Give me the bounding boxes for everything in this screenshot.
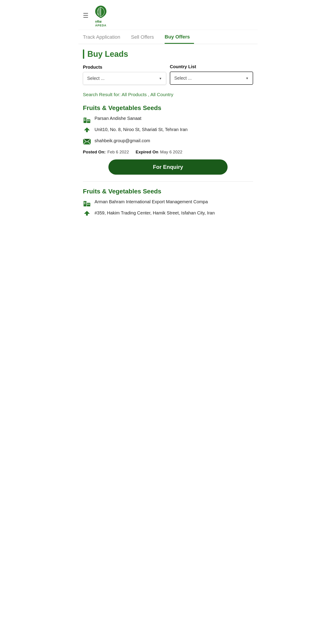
- svg-rect-18: [84, 202, 85, 203]
- expired-on-label: Expired On: [135, 150, 158, 154]
- svg-rect-2: [87, 120, 90, 123]
- listing-1-email-row: shahbeik.group@gmail.com: [83, 138, 253, 146]
- tab-track-application[interactable]: Track Application: [83, 31, 124, 44]
- listing-2-category: Fruits & Vegetables Seeds: [83, 188, 253, 195]
- expired-on-value: May 6 2022: [160, 150, 182, 154]
- listing-2-address: #359, Hakim Trading Center, Hamik Street…: [95, 210, 215, 216]
- listing-divider: [83, 181, 253, 182]
- svg-rect-3: [84, 118, 85, 120]
- listing-2-company: Arman Bahram International Export Manage…: [95, 198, 208, 205]
- products-filter-group: Products Select ... ▼: [83, 64, 166, 85]
- svg-rect-25: [86, 213, 88, 216]
- nav-tabs: Track Application Sell Offers Buy Offers: [78, 31, 258, 44]
- email-icon: [83, 138, 91, 146]
- country-filter-group: Country List Select ... ▼: [170, 64, 253, 85]
- svg-rect-1: [84, 118, 86, 123]
- building-icon: [83, 115, 91, 123]
- svg-rect-10: [86, 130, 88, 132]
- svg-rect-20: [84, 203, 85, 204]
- expired-on-group: Expired On May 6 2022: [135, 150, 182, 154]
- tab-sell-offers[interactable]: Sell Offers: [131, 31, 158, 44]
- country-select[interactable]: Select ... ▼: [170, 72, 253, 85]
- listing-card-1: Fruits & Vegetables Seeds Parsan Andishe…: [83, 104, 253, 175]
- logo-text: एपीडाAPEDA: [95, 20, 107, 27]
- svg-rect-7: [87, 120, 88, 121]
- svg-rect-4: [86, 118, 86, 120]
- building-icon-2: [83, 198, 91, 206]
- logo: एपीडाAPEDA: [93, 4, 109, 27]
- svg-rect-16: [84, 201, 86, 206]
- listing-1-category: Fruits & Vegetables Seeds: [83, 104, 253, 112]
- enquiry-button-1[interactable]: For Enquiry: [108, 160, 228, 175]
- app-header: ☰ एपीडाAPEDA: [78, 0, 258, 30]
- page-content: Buy Leads Products Select ... ▼ Country …: [78, 44, 258, 228]
- svg-rect-22: [87, 204, 88, 204]
- svg-rect-8: [89, 120, 90, 121]
- filters-row: Products Select ... ▼ Country List Selec…: [83, 64, 253, 85]
- listing-1-address: Unit10, No. 8, Niroo St, Shariati St, Te…: [95, 126, 188, 132]
- listing-2-address-row: #359, Hakim Trading Center, Hamik Street…: [83, 210, 253, 218]
- svg-rect-23: [89, 204, 90, 204]
- location-icon-2: [83, 210, 91, 218]
- products-select-value: Select ...: [87, 76, 105, 81]
- logo-image: [93, 4, 109, 20]
- listing-1-company-row: Parsan Andishe Sanaat: [83, 115, 253, 123]
- page-title: Buy Leads: [87, 50, 128, 59]
- posted-on-label: Posted On:: [83, 150, 105, 154]
- section-title-wrapper: Buy Leads: [83, 50, 253, 59]
- svg-rect-17: [87, 203, 90, 206]
- country-label: Country List: [170, 64, 253, 69]
- listing-2-company-row: Arman Bahram International Export Manage…: [83, 198, 253, 206]
- listing-1-dates-row: Posted On: Feb 6 2022 Expired On May 6 2…: [83, 150, 253, 154]
- posted-on-group: Posted On: Feb 6 2022: [83, 150, 129, 154]
- country-select-value: Select ...: [174, 76, 192, 81]
- listing-1-address-row: Unit10, No. 8, Niroo St, Shariati St, Te…: [83, 126, 253, 134]
- svg-rect-21: [86, 203, 86, 204]
- listing-1-company: Parsan Andishe Sanaat: [95, 115, 141, 122]
- products-dropdown-arrow: ▼: [159, 77, 162, 80]
- listing-1-email: shahbeik.group@gmail.com: [95, 138, 150, 144]
- products-label: Products: [83, 64, 166, 70]
- location-icon: [83, 126, 91, 134]
- country-dropdown-arrow: ▼: [246, 76, 249, 80]
- products-select[interactable]: Select ... ▼: [83, 72, 166, 85]
- posted-on-value: Feb 6 2022: [107, 150, 129, 154]
- svg-rect-6: [86, 120, 86, 121]
- search-result-text: Search Result for: All Products , All Co…: [83, 91, 253, 98]
- tab-buy-offers[interactable]: Buy Offers: [165, 31, 194, 44]
- hamburger-menu[interactable]: ☰: [83, 12, 88, 19]
- title-bar-decoration: [83, 50, 84, 59]
- svg-rect-19: [86, 202, 86, 203]
- listing-card-2: Fruits & Vegetables Seeds Arman Bahram I…: [83, 188, 253, 218]
- svg-rect-5: [84, 120, 85, 121]
